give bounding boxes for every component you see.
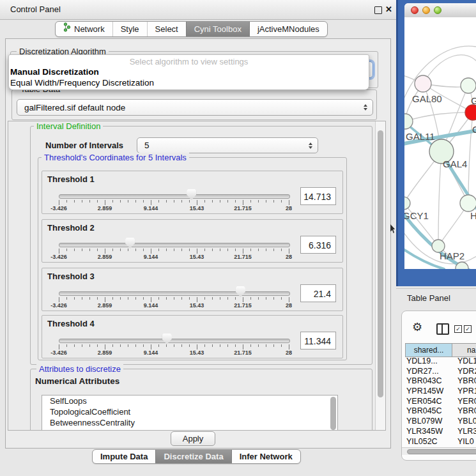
close-icon[interactable]: ✕ [385,4,392,14]
tab-impute-data[interactable]: Impute Data [93,450,155,463]
panel-scrollbar-thumb[interactable] [378,130,383,397]
gear-icon[interactable]: ⚙ [412,321,422,333]
checkbox-icon[interactable]: ✓ [454,325,462,333]
table-row[interactable]: YPR145WYPR1 [405,387,476,397]
control-panel-window: Control Panel ✕ NetworkStyleSelectCyni T… [0,0,396,476]
attribute-item-topologicalcoefficient[interactable]: TopologicalCoefficient [42,406,337,417]
cell-name: YDR2 [457,367,476,377]
tab-style[interactable]: Style [112,22,147,36]
cell-shared-name: YBR045C [406,406,442,417]
network-node-label: GAL4 [443,158,467,169]
tick-mark [97,297,98,300]
threshold-panel-2: Threshold 2-3.4262.8599.14415.4321.71528… [42,219,343,263]
threshold-value-field[interactable]: 21.4 [300,284,336,302]
tick-label: 21.715 [234,205,252,211]
tick-mark [82,200,82,203]
table-row[interactable]: YIL052CYIL0 [405,437,476,447]
threshold-value-field[interactable]: 6.316 [300,236,336,254]
tab-cyni-toolbox[interactable]: Cyni Toolbox [186,22,249,36]
column-header-name[interactable]: na [452,344,476,357]
tab-style-label: Style [121,22,139,36]
tick-mark [220,297,220,300]
tick-mark [89,297,90,300]
attribute-item-betweennesscentrality[interactable]: BetweennessCentrality [42,417,337,428]
tab-discretize-data[interactable]: Discretize Data [155,450,231,463]
tick-mark [227,344,228,347]
tick-label: 15.43 [190,205,204,211]
tab-network[interactable]: Network [56,22,112,36]
algorithm-option-manual-discretization[interactable]: Manual Discretization [9,66,369,77]
network-node-gcy1[interactable] [404,197,410,210]
table-row[interactable]: YER054CYER0 [405,397,476,407]
network-canvas[interactable]: GAL80GACGAL11GAL4GCY1HHAP2 [404,17,476,269]
network-node-c[interactable] [465,105,476,120]
cell-shared-name: YBL079W [406,417,442,427]
tick-mark [66,297,67,300]
table-hscrollbar-track[interactable] [402,447,476,455]
numerical-attributes-list[interactable]: SelfLoopsTopologicalCoefficientBetweenne… [42,395,338,431]
threshold-value-field[interactable]: 11.344 [300,332,336,349]
tick-mark [197,297,197,302]
tick-mark [258,344,259,347]
tick-mark [266,344,266,347]
number-of-intervals-value: 5 [144,138,150,153]
table-hscrollbar-thumb[interactable] [407,449,476,454]
table-row[interactable]: YDL19...YDL1 [405,357,476,367]
tick-mark [97,344,98,347]
attribute-item-selfloops[interactable]: SelfLoops [42,395,337,406]
network-node-h[interactable] [460,195,476,211]
tab-infer-network[interactable]: Infer Network [231,450,300,463]
table-data-combobox[interactable]: galFiltered.sif default node [17,99,373,116]
table-row[interactable]: YBR045CYBR0 [405,406,476,417]
minimize-traffic-light-icon[interactable] [422,6,430,14]
slider-track[interactable] [59,243,290,247]
threshold-value-field[interactable]: 14.713 [300,187,336,205]
list-scrollbar[interactable] [330,397,336,430]
tick-mark [135,297,136,300]
tick-mark [281,344,282,347]
tick-label: -3.426 [50,349,67,356]
slider-track[interactable] [59,291,290,296]
tick-mark [258,249,259,251]
checkbox-icon[interactable]: ✓ [464,325,472,333]
tick-mark [74,200,75,203]
tick-mark [227,297,228,300]
tick-label: 21.715 [234,349,252,356]
network-node-gal80[interactable] [415,75,431,92]
interval-definition-group-title: Interval Definition [34,121,103,131]
table-row[interactable]: YLR345WYLR3 [405,427,476,437]
split-columns-icon[interactable] [436,323,449,335]
tick-mark [266,249,266,251]
table-header: shared... na [405,343,476,357]
apply-button[interactable]: Apply [171,431,215,446]
tick-mark [235,344,236,347]
tick-mark [250,249,251,251]
tick-label: 9.144 [144,302,158,309]
threshold-label: Threshold 1 [47,174,95,184]
algorithm-option-equal-width-frequency-discretization[interactable]: Equal Width/Frequency Discretization [9,77,369,88]
tick-mark [281,297,282,300]
close-traffic-light-icon[interactable] [411,6,418,14]
number-of-intervals-combobox[interactable]: 5 [137,137,318,153]
tick-mark [66,200,67,203]
column-header-shared-name[interactable]: shared... [405,344,452,357]
slider-track[interactable] [59,339,290,343]
tick-mark [105,344,105,349]
float-window-icon[interactable] [374,6,382,14]
tick-mark [89,344,90,347]
zoom-traffic-light-icon[interactable] [434,6,441,14]
table-row[interactable]: YBR043CYBR0 [405,376,476,387]
tick-mark [189,200,190,203]
network-node-ga[interactable] [461,78,476,93]
table-row[interactable]: YBL079WYBL0 [405,417,476,427]
tick-mark [273,344,274,347]
tick-label: -3.426 [50,205,67,211]
slider-track[interactable] [59,194,290,199]
tick-mark [59,344,59,349]
tick-mark [273,297,274,300]
table-row[interactable]: YDR27...YDR2 [405,367,476,377]
tab-select[interactable]: Select [147,22,186,36]
tick-mark [250,297,251,300]
tab-jactivemnodules[interactable]: jActiveMNodules [249,22,327,36]
tick-mark [235,200,236,203]
